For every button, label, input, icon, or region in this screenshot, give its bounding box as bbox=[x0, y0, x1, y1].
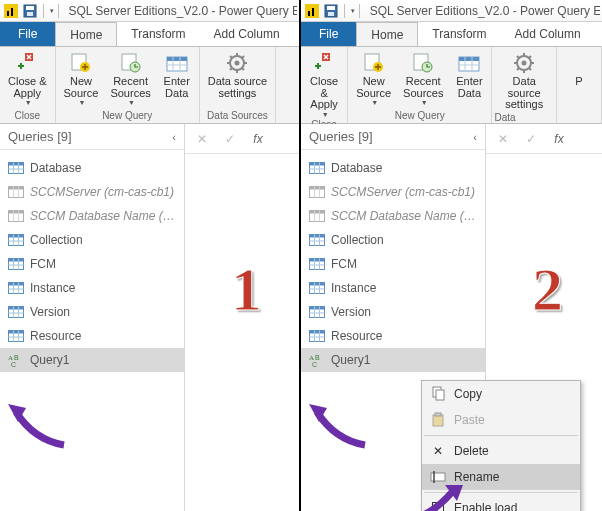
query-item-query1[interactable]: Query1 bbox=[0, 348, 184, 372]
collapse-queries-icon[interactable]: ‹ bbox=[172, 131, 176, 143]
ribbon-group-data-sources: Data Sources bbox=[207, 109, 268, 122]
queries-list: Database SCCMServer (cm-cas-cb1) SCCM Da… bbox=[0, 150, 184, 378]
ribbon-tabs: File Home Transform Add Column bbox=[0, 22, 299, 46]
ctx-separator bbox=[424, 435, 578, 436]
annotation-number-1: 1 bbox=[231, 254, 262, 325]
ctx-enable-load[interactable]: ✓Enable load bbox=[422, 495, 580, 511]
ctx-copy[interactable]: Copy bbox=[422, 381, 580, 407]
ribbon: Close & Apply▼ Close New Source▼ Recent … bbox=[0, 46, 299, 124]
qat-dropdown-icon[interactable]: ▾ bbox=[50, 7, 54, 15]
data-source-settings-button[interactable]: Data source settings bbox=[494, 49, 554, 111]
paste-icon bbox=[430, 412, 446, 428]
powerbi-logo-icon bbox=[305, 3, 319, 19]
gear-icon bbox=[223, 51, 251, 75]
queries-header: Queries [9] bbox=[8, 129, 72, 144]
text-param-icon bbox=[8, 185, 24, 199]
new-source-button[interactable]: New Source▼ bbox=[350, 49, 397, 109]
ribbon: Close & Apply▼ Close New Source▼ Recent … bbox=[301, 46, 602, 124]
collapse-queries-icon[interactable]: ‹ bbox=[473, 131, 477, 143]
query-item-database[interactable]: Database bbox=[301, 156, 485, 180]
copy-icon bbox=[430, 386, 446, 402]
table-icon bbox=[8, 281, 24, 295]
new-source-icon bbox=[360, 51, 388, 75]
table-icon bbox=[309, 257, 325, 271]
table-icon bbox=[309, 233, 325, 247]
enter-data-icon bbox=[163, 51, 191, 75]
delete-icon: ✕ bbox=[430, 443, 446, 459]
table-icon bbox=[309, 305, 325, 319]
query-item-database[interactable]: Database bbox=[0, 156, 184, 180]
qat-separator-2 bbox=[359, 4, 360, 18]
table-icon bbox=[309, 281, 325, 295]
query-item-resource[interactable]: Resource bbox=[0, 324, 184, 348]
query-item-fcm[interactable]: FCM bbox=[0, 252, 184, 276]
formula-fx-icon[interactable]: fx bbox=[245, 128, 271, 150]
tab-add-column[interactable]: Add Column bbox=[501, 22, 595, 46]
formula-commit-icon[interactable]: ✓ bbox=[518, 128, 544, 150]
query-item-instance[interactable]: Instance bbox=[301, 276, 485, 300]
formula-fx-icon[interactable]: fx bbox=[546, 128, 572, 150]
abc-icon bbox=[8, 353, 24, 367]
qat-separator-2 bbox=[58, 4, 59, 18]
query-item-query1[interactable]: Query1 bbox=[301, 348, 485, 372]
checkbox-checked-icon: ✓ bbox=[430, 500, 446, 511]
formula-commit-icon[interactable]: ✓ bbox=[217, 128, 243, 150]
ctx-separator bbox=[424, 492, 578, 493]
query-item-sccmdb[interactable]: SCCM Database Name (c... bbox=[301, 204, 485, 228]
qat-separator bbox=[344, 4, 345, 18]
table-icon bbox=[8, 305, 24, 319]
ribbon-tabs: File Home Transform Add Column bbox=[301, 22, 602, 46]
ctx-delete[interactable]: ✕Delete bbox=[422, 438, 580, 464]
text-param-icon bbox=[8, 209, 24, 223]
ribbon-group-close: Close bbox=[14, 109, 40, 122]
gear-icon bbox=[510, 51, 538, 75]
close-apply-icon bbox=[13, 51, 41, 75]
table-icon bbox=[8, 329, 24, 343]
enter-data-button[interactable]: Enter Data bbox=[449, 49, 489, 109]
formula-bar: ✕ ✓ fx bbox=[185, 124, 299, 154]
save-icon[interactable] bbox=[22, 3, 36, 19]
window-title: SQL Server Editions_V2.0 - Power Query E… bbox=[370, 4, 600, 18]
data-source-settings-button[interactable]: Data source settings bbox=[202, 49, 273, 109]
query-item-version[interactable]: Version bbox=[301, 300, 485, 324]
tab-add-column[interactable]: Add Column bbox=[200, 22, 294, 46]
ctx-rename[interactable]: Rename bbox=[422, 464, 580, 490]
enter-data-button[interactable]: Enter Data bbox=[157, 49, 197, 109]
tab-transform[interactable]: Transform bbox=[418, 22, 500, 46]
queries-header: Queries [9] bbox=[309, 129, 373, 144]
close-apply-button[interactable]: Close & Apply▼ bbox=[303, 49, 345, 118]
table-icon bbox=[8, 233, 24, 247]
tab-file[interactable]: File bbox=[0, 22, 55, 46]
rename-icon bbox=[430, 469, 446, 485]
ribbon-group-new-query: New Query bbox=[102, 109, 152, 122]
query-item-fcm[interactable]: FCM bbox=[301, 252, 485, 276]
recent-sources-button[interactable]: Recent Sources▼ bbox=[104, 49, 156, 109]
qat-dropdown-icon[interactable]: ▾ bbox=[351, 7, 355, 15]
titlebar: ▾ SQL Server Editions_V2.0 - Power Query… bbox=[301, 0, 602, 22]
query-item-collection[interactable]: Collection bbox=[0, 228, 184, 252]
query-item-collection[interactable]: Collection bbox=[301, 228, 485, 252]
query-item-resource[interactable]: Resource bbox=[301, 324, 485, 348]
window-title: SQL Server Editions_V2.0 - Power Query E… bbox=[68, 4, 297, 18]
new-source-button[interactable]: New Source▼ bbox=[58, 49, 105, 109]
tab-home[interactable]: Home bbox=[55, 22, 117, 47]
qat-separator bbox=[43, 4, 44, 18]
query-item-instance[interactable]: Instance bbox=[0, 276, 184, 300]
formula-cancel-icon[interactable]: ✕ bbox=[490, 128, 516, 150]
save-icon[interactable] bbox=[323, 3, 337, 19]
tab-transform[interactable]: Transform bbox=[117, 22, 199, 46]
query-item-version[interactable]: Version bbox=[0, 300, 184, 324]
query-item-sccmserver[interactable]: SCCMServer (cm-cas-cb1) bbox=[301, 180, 485, 204]
tab-home[interactable]: Home bbox=[356, 22, 418, 47]
new-source-icon bbox=[67, 51, 95, 75]
query-item-sccmdb[interactable]: SCCM Database Name (c... bbox=[0, 204, 184, 228]
close-apply-button[interactable]: Close & Apply▼ bbox=[2, 49, 53, 109]
pane-1: ▾ SQL Server Editions_V2.0 - Power Query… bbox=[0, 0, 301, 511]
recent-sources-button[interactable]: Recent Sources▼ bbox=[397, 49, 449, 109]
manage-parameters-button[interactable]: P bbox=[559, 49, 599, 120]
text-param-icon bbox=[309, 209, 325, 223]
close-apply-icon bbox=[310, 51, 338, 75]
query-item-sccmserver[interactable]: SCCMServer (cm-cas-cb1) bbox=[0, 180, 184, 204]
tab-file[interactable]: File bbox=[301, 22, 356, 46]
formula-cancel-icon[interactable]: ✕ bbox=[189, 128, 215, 150]
